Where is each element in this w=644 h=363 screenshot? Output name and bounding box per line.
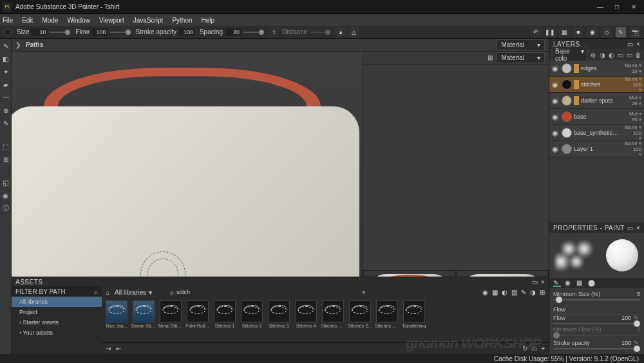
filter-env-icon[interactable]: ◑ bbox=[530, 289, 536, 296]
export-icon[interactable]: ⇤ bbox=[116, 345, 121, 352]
spacing-slider[interactable] bbox=[243, 32, 264, 33]
filter-textures-icon[interactable]: ▧ bbox=[511, 289, 517, 296]
visibility-icon[interactable]: ◉ bbox=[552, 64, 560, 73]
stroke-opac-slider[interactable] bbox=[553, 348, 640, 349]
add-icon[interactable]: + bbox=[541, 345, 545, 352]
add-mask-icon[interactable]: ◐ bbox=[608, 51, 614, 59]
symmetry-icon[interactable]: ▲ bbox=[336, 27, 346, 37]
viewport-mode-icon[interactable]: ⊞ bbox=[488, 54, 493, 61]
asset-path-item[interactable]: › Starter assets bbox=[12, 317, 102, 328]
fill-tool[interactable]: ▰ bbox=[1, 80, 10, 89]
asset-item[interactable]: Stitches 4 bbox=[294, 300, 318, 340]
filter-brushes-icon[interactable]: ✎ bbox=[521, 289, 526, 296]
picker-tool[interactable]: ✎ bbox=[1, 119, 10, 128]
asset-path-item[interactable]: › Your assets bbox=[12, 328, 102, 338]
render-icon[interactable]: ◉ bbox=[587, 27, 598, 37]
minimize-button[interactable]: — bbox=[592, 1, 608, 13]
import-icon[interactable]: ⇥ bbox=[106, 345, 111, 352]
visibility-icon[interactable]: ◉ bbox=[552, 145, 560, 153]
asset-item[interactable]: Stitches 3 bbox=[267, 300, 291, 340]
eraser-tool[interactable]: ◧ bbox=[1, 54, 10, 63]
menu-javascript[interactable]: JavaScript bbox=[133, 17, 164, 24]
asset-item[interactable]: Stitches Cr... bbox=[321, 300, 345, 340]
size-slider[interactable] bbox=[50, 32, 70, 33]
stencil-icon[interactable]: ◱ bbox=[1, 178, 10, 187]
filter-alphas-icon[interactable]: ◐ bbox=[502, 289, 507, 296]
info-icon[interactable]: ⓘ bbox=[1, 204, 10, 213]
add-effect-icon[interactable]: ◑ bbox=[599, 51, 605, 59]
iray-icon[interactable]: ◉ bbox=[1, 191, 10, 200]
material-tab-icon[interactable]: ⬤ bbox=[588, 279, 596, 287]
texture-set-icon[interactable]: ⊞ bbox=[1, 155, 10, 164]
delete-layer-icon[interactable]: 🗑 bbox=[635, 51, 641, 59]
smudge-tool[interactable]: 〰 bbox=[1, 93, 10, 102]
layer-mask[interactable] bbox=[574, 80, 579, 89]
baking-icon[interactable]: ⬚ bbox=[1, 142, 10, 151]
visibility-icon[interactable]: ◉ bbox=[552, 129, 560, 137]
menu-file[interactable]: File bbox=[3, 17, 13, 24]
spacing-input[interactable] bbox=[225, 28, 241, 36]
asset-item[interactable]: Topstitching bbox=[402, 300, 426, 340]
projection-tool[interactable]: ✦ bbox=[1, 67, 10, 76]
menu-mode[interactable]: Mode bbox=[42, 17, 58, 24]
close-button[interactable]: ✕ bbox=[626, 1, 641, 13]
panel-close-icon[interactable]: × bbox=[636, 41, 640, 48]
2d-viewport[interactable] bbox=[363, 64, 549, 270]
asset-item[interactable]: Stitches 1 bbox=[213, 300, 237, 340]
panel-menu-icon[interactable]: ▭ bbox=[532, 279, 538, 286]
asset-item[interactable]: Paint Rolle... bbox=[185, 300, 210, 340]
lazy-mouse-icon[interactable]: ↯ bbox=[269, 27, 279, 37]
assets-search-input[interactable] bbox=[176, 289, 228, 295]
search-icon[interactable]: ⌕ bbox=[94, 288, 98, 295]
panel-menu-icon[interactable]: ▭ bbox=[627, 41, 634, 48]
size-input[interactable] bbox=[32, 28, 47, 36]
layout-icon[interactable]: ▦ bbox=[559, 27, 569, 37]
assets-breadcrumb[interactable]: All libraries▾ bbox=[115, 289, 152, 296]
filter-materials-icon[interactable]: ◉ bbox=[482, 289, 488, 296]
view-grid-icon[interactable]: ⊞ bbox=[540, 289, 545, 296]
material-dropdown[interactable]: Material▾ bbox=[497, 39, 545, 50]
stencil-tab-icon[interactable]: ▦ bbox=[576, 279, 584, 287]
visibility-icon[interactable]: ◉ bbox=[552, 113, 560, 121]
flow-prop-slider[interactable] bbox=[553, 323, 640, 324]
paint-tool[interactable]: ✎ bbox=[1, 41, 10, 50]
add-layer-icon[interactable]: ⊕ bbox=[590, 51, 596, 59]
distance-slider[interactable] bbox=[310, 32, 330, 33]
expand-icon[interactable]: ❯ bbox=[15, 41, 21, 48]
asset-item[interactable]: Blue Jea... bbox=[104, 300, 129, 340]
asset-item[interactable]: Stitches S... bbox=[348, 300, 372, 340]
panel-menu-icon[interactable]: ▭ bbox=[627, 224, 634, 231]
asset-item[interactable]: Stitches Str... bbox=[375, 300, 399, 340]
visibility-icon[interactable]: ◉ bbox=[552, 81, 560, 89]
add-folder-icon[interactable]: ▭ bbox=[626, 51, 632, 59]
asset-item[interactable]: Stitches 2 bbox=[240, 300, 264, 340]
layer-thumb[interactable] bbox=[562, 112, 572, 122]
refresh-icon[interactable]: ↻ bbox=[522, 345, 527, 352]
camera-icon[interactable]: ■ bbox=[573, 27, 583, 37]
panel-close-icon[interactable]: × bbox=[636, 224, 640, 231]
add-group-icon[interactable]: ▭ bbox=[617, 51, 623, 59]
pause-engine-icon[interactable]: ❚❚ bbox=[545, 27, 555, 37]
layer-row[interactable]: ◉ darker spots Mul ▾29 ▾ bbox=[549, 93, 644, 109]
flow-slider[interactable] bbox=[110, 32, 131, 33]
brush-tab-icon[interactable]: ✎ bbox=[553, 279, 561, 287]
layer-mask[interactable] bbox=[574, 64, 579, 73]
layer-row[interactable]: ◉ stitches Norm ▾100 ▾ bbox=[549, 77, 644, 93]
swatch-icon[interactable] bbox=[4, 28, 12, 36]
layer-mask[interactable] bbox=[574, 96, 579, 105]
menu-edit[interactable]: Edit bbox=[22, 17, 33, 24]
alpha-tab-icon[interactable]: ◉ bbox=[565, 279, 573, 287]
flow-input[interactable] bbox=[92, 28, 108, 36]
undo-history-icon[interactable]: ↶ bbox=[531, 27, 541, 37]
home-icon[interactable]: ⌂ bbox=[106, 289, 109, 296]
menu-viewport[interactable]: Viewport bbox=[99, 17, 124, 24]
clear-search-icon[interactable]: × bbox=[362, 289, 366, 296]
layer-row[interactable]: ◉ base Mul ▾95 ▾ bbox=[549, 109, 644, 125]
stroke-opacity-input[interactable] bbox=[179, 28, 194, 36]
brush-icon[interactable]: ✎ bbox=[616, 27, 626, 37]
layer-thumb[interactable] bbox=[562, 128, 572, 138]
asset-item[interactable]: Denim Stit... bbox=[131, 300, 156, 340]
min-flow-slider[interactable] bbox=[553, 335, 640, 336]
layer-row[interactable]: ◉ Layer 1 Norm ▾100 ▾ bbox=[549, 141, 644, 157]
perspective-icon[interactable]: ◇ bbox=[601, 27, 612, 37]
